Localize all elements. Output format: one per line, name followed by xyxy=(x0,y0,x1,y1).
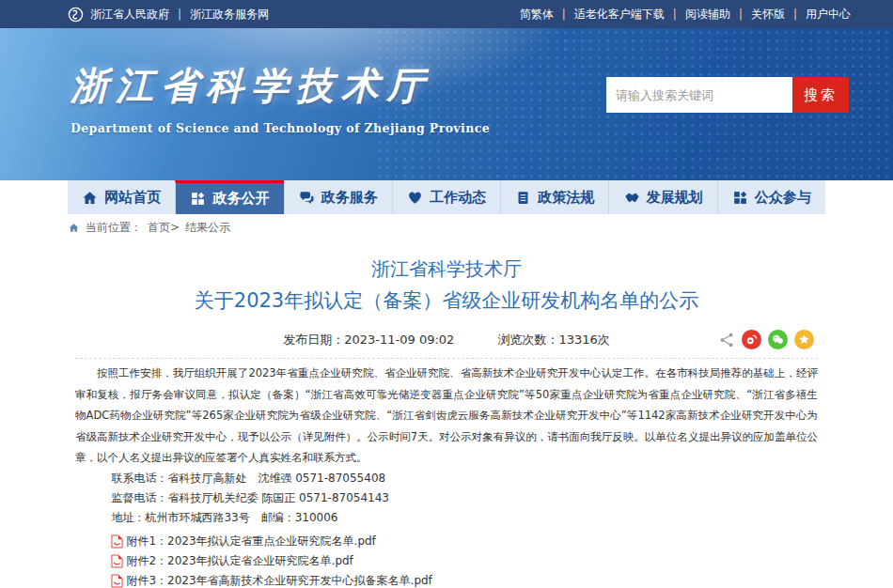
nav-item-label: 政务服务 xyxy=(321,189,378,207)
nav-item-policies[interactable]: 政策法规 xyxy=(500,180,608,214)
nav-item-label: 政策法规 xyxy=(538,189,594,207)
article-title-line2: 关于2023年拟认定（备案）省级企业研发机构名单的公示 xyxy=(75,289,818,313)
link-simplified-traditional[interactable]: 简繁体 xyxy=(520,7,554,23)
pdf-icon xyxy=(111,574,123,588)
main-nav: 网站首页 政务公开 政务服务 工作动态 政策法规 发展规划 公众参与 xyxy=(68,180,825,214)
attachment-link-3[interactable]: 附件3：2023年省高新技术企业研究开发中心拟备案名单.pdf xyxy=(111,571,818,588)
pdf-icon xyxy=(111,534,123,549)
topbar-right-links: 简繁体 适老化客户端下载 阅读辅助 关怀版 用户中心 xyxy=(520,7,851,23)
breadcrumb: 当前位置： 首页> 结果公示 xyxy=(68,214,825,239)
nav-item-gov-services[interactable]: 政务服务 xyxy=(284,180,392,214)
site-title-en: Department of Science and Technology of … xyxy=(70,121,490,135)
blocks-icon xyxy=(732,190,748,206)
nav-item-label: 发展规划 xyxy=(647,189,703,207)
document-icon xyxy=(515,190,531,206)
meta-divider xyxy=(75,358,818,359)
search-bar: 搜索 xyxy=(606,77,849,113)
article-title-line1: 浙江省科学技术厅 xyxy=(75,257,818,280)
gov-logo-icon xyxy=(68,7,84,23)
nav-item-label: 政务公开 xyxy=(212,190,269,208)
site-logo: 浙江省科学技术厅 Department of Science and Techn… xyxy=(70,60,490,135)
article-body: 按照工作安排，我厅组织开展了2023年省重点企业研究院、省企业研究院、省高新技术… xyxy=(75,363,818,469)
view-count: 浏览次数：13316次 xyxy=(497,332,609,348)
publish-date: 发布日期：2023-11-09 09:02 xyxy=(283,332,454,348)
contact-block: 联系电话：省科技厅高新处 沈维强 0571-87055408 监督电话：省科技厅… xyxy=(75,469,818,528)
site-title-cn: 浙江省科学技术厅 xyxy=(70,60,490,112)
breadcrumb-label: 当前位置： xyxy=(86,220,142,236)
nav-item-label: 工作动态 xyxy=(430,189,486,207)
handshake-icon xyxy=(624,190,640,206)
share-buttons xyxy=(718,330,814,349)
nav-item-work-updates[interactable]: 工作动态 xyxy=(392,180,500,214)
topbar-left-links: 浙江省人民政府 浙江政务服务网 xyxy=(68,7,269,23)
search-input[interactable] xyxy=(606,77,792,113)
breadcrumb-home-icon xyxy=(68,222,80,234)
pdf-icon xyxy=(111,554,123,568)
share-icon[interactable] xyxy=(718,332,735,348)
search-button[interactable]: 搜索 xyxy=(792,77,849,113)
article-meta: 发布日期：2023-11-09 09:02 浏览次数：13316次 xyxy=(75,330,818,350)
link-reading-assist[interactable]: 阅读辅助 xyxy=(665,7,730,23)
nav-item-development-plans[interactable]: 发展规划 xyxy=(608,180,716,214)
address-line: 地址：杭州市环城西路33号 邮编：310006 xyxy=(111,508,818,528)
nav-item-public-participation[interactable]: 公众参与 xyxy=(717,180,825,214)
breadcrumb-home[interactable]: 首页> xyxy=(148,220,180,236)
wechat-share-icon[interactable] xyxy=(768,330,788,349)
attachment-link-1[interactable]: 附件1：2023年拟认定省重点企业研究院名单.pdf xyxy=(111,532,818,551)
attachment-link-2[interactable]: 附件2：2023年拟认定省企业研究院名单.pdf xyxy=(111,551,818,571)
attachment-label: 附件3：2023年省高新技术企业研究开发中心拟备案名单.pdf xyxy=(126,571,431,588)
header-banner: 浙江省科学技术厅 Department of Science and Techn… xyxy=(0,28,893,180)
nav-item-label: 公众参与 xyxy=(755,189,811,207)
contact-phone: 联系电话：省科技厅高新处 沈维强 0571-87055408 xyxy=(111,469,818,488)
nav-item-gov-disclosure[interactable]: 政务公开 xyxy=(175,180,283,214)
top-utility-bar: 浙江省人民政府 浙江政务服务网 简繁体 适老化客户端下载 阅读辅助 关怀版 用户… xyxy=(0,0,893,28)
weibo-share-icon[interactable] xyxy=(742,330,761,349)
chat-icon xyxy=(299,190,315,206)
link-zhejiang-service[interactable]: 浙江政务服务网 xyxy=(169,7,269,23)
link-user-center[interactable]: 用户中心 xyxy=(785,7,851,23)
attachment-list: 附件1：2023年拟认定省重点企业研究院名单.pdf 附件2：2023年拟认定省… xyxy=(75,532,818,588)
home-icon xyxy=(82,190,98,206)
link-care-version[interactable]: 关怀版 xyxy=(730,7,785,23)
link-elderly-client-download[interactable]: 适老化客户端下载 xyxy=(554,7,665,23)
nav-item-home[interactable]: 网站首页 xyxy=(68,180,175,214)
supervision-phone: 监督电话：省科技厅机关纪委 陈国正 0571-87054143 xyxy=(111,488,818,508)
link-zhejiang-gov[interactable]: 浙江省人民政府 xyxy=(90,7,169,23)
article: 浙江省科学技术厅 关于2023年拟认定（备案）省级企业研发机构名单的公示 发布日… xyxy=(68,257,825,588)
qzone-share-icon[interactable] xyxy=(794,330,814,349)
breadcrumb-current: 结果公示 xyxy=(185,220,230,236)
attachment-label: 附件2：2023年拟认定省企业研究院名单.pdf xyxy=(126,551,352,571)
blocks-icon xyxy=(190,191,206,207)
heart-icon xyxy=(407,190,423,206)
attachment-label: 附件1：2023年拟认定省重点企业研究院名单.pdf xyxy=(126,532,375,551)
nav-item-label: 网站首页 xyxy=(104,189,161,207)
